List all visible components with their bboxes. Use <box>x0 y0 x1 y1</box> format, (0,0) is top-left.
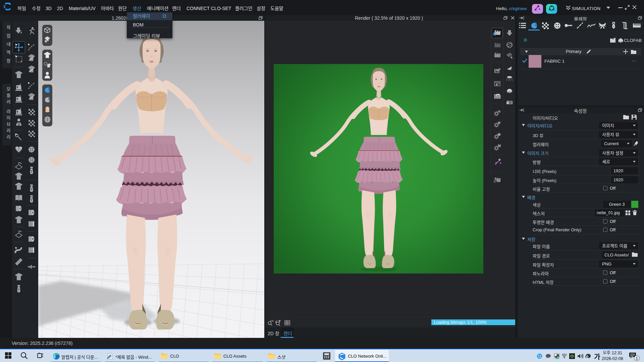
svg-text:100: 100 <box>270 320 274 322</box>
